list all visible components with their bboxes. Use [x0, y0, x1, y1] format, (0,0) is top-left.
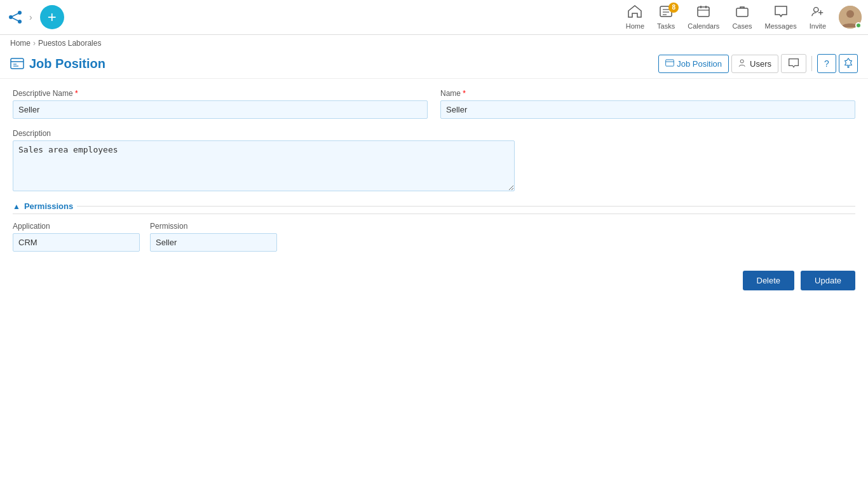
messages-label: Messages [765, 22, 797, 30]
nav-invite[interactable]: Invite [810, 5, 826, 30]
invite-label: Invite [810, 22, 826, 30]
svg-line-3 [11, 13, 20, 17]
help-icon: ? [824, 58, 829, 69]
svg-point-18 [846, 10, 854, 18]
name-label: Name * [440, 89, 855, 98]
nav-home[interactable]: Home [626, 5, 644, 30]
nav-calendars[interactable]: Calendars [688, 5, 719, 30]
svg-rect-9 [698, 7, 709, 17]
avatar[interactable] [839, 6, 862, 29]
breadcrumb-sep: › [33, 39, 36, 48]
page-title: Job Position [29, 57, 105, 71]
nav-right: Home 8 Tasks [626, 5, 862, 30]
svg-point-25 [740, 59, 743, 62]
add-button[interactable]: + [40, 5, 64, 29]
permissions-fields: Application Permission [13, 222, 855, 252]
users-tab-icon [738, 58, 747, 69]
application-group: Application [13, 222, 140, 252]
page-header: Job Position Job Position Users [0, 51, 868, 79]
page-header-actions: Job Position Users ? [658, 54, 858, 73]
messages-icon [774, 5, 788, 21]
descriptive-name-group: Descriptive Name * [13, 89, 428, 119]
breadcrumb-home[interactable]: Home [10, 39, 31, 48]
nav-left: › + [6, 5, 64, 29]
svg-rect-23 [666, 59, 674, 65]
nav-cases[interactable]: Cases [732, 5, 752, 30]
nav-arrow-icon: › [29, 12, 32, 22]
breadcrumb-current: Puestos Laborales [38, 39, 101, 48]
svg-line-4 [11, 17, 20, 22]
description-input[interactable] [13, 140, 515, 191]
home-label: Home [626, 22, 644, 30]
svg-point-14 [813, 7, 818, 11]
app-logo-icon [6, 8, 24, 26]
page-title-area: Job Position [10, 57, 105, 71]
nav-tasks[interactable]: 8 Tasks [657, 5, 675, 30]
users-tab-button[interactable]: Users [731, 55, 778, 73]
name-group: Name * [440, 89, 855, 119]
section-divider-line [77, 206, 855, 207]
application-input[interactable] [13, 233, 140, 252]
job-position-tab-label: Job Position [677, 59, 722, 69]
permissions-section-header: ▲ Permissions [13, 201, 855, 214]
job-position-tab-button[interactable]: Job Position [658, 55, 729, 73]
form-row-description: Description [13, 129, 855, 191]
permissions-section: ▲ Permissions Application Permission [13, 201, 855, 252]
descriptive-name-label: Descriptive Name * [13, 89, 428, 98]
users-tab-label: Users [750, 59, 771, 69]
online-indicator [855, 22, 862, 29]
descriptive-name-required: * [75, 89, 78, 98]
bottom-actions: Delete Update [13, 264, 855, 297]
permission-label: Permission [150, 222, 277, 231]
update-button[interactable]: Update [801, 271, 855, 290]
name-input[interactable] [440, 100, 855, 119]
main-content: Descriptive Name * Name * Description ▲ … [0, 79, 868, 307]
calendars-icon [696, 5, 710, 21]
header-divider [811, 56, 812, 71]
comment-button[interactable] [781, 54, 806, 73]
name-required: * [463, 89, 466, 98]
form-row-names: Descriptive Name * Name * [13, 89, 855, 119]
invite-icon [811, 5, 825, 21]
pin-button[interactable] [839, 54, 858, 73]
cases-icon [735, 5, 749, 21]
permission-input[interactable] [150, 233, 277, 252]
nav-messages[interactable]: Messages [765, 5, 797, 30]
permission-group: Permission [150, 222, 277, 252]
page-title-icon [10, 57, 24, 71]
description-group: Description [13, 129, 515, 191]
calendars-label: Calendars [688, 22, 719, 30]
breadcrumb: Home › Puestos Laborales [0, 35, 868, 51]
job-position-tab-icon [665, 58, 674, 69]
pin-icon [844, 58, 853, 70]
help-button[interactable]: ? [817, 54, 836, 73]
home-icon [628, 5, 642, 21]
tasks-badge: 8 [668, 3, 679, 13]
description-label: Description [13, 129, 515, 138]
svg-rect-13 [736, 8, 748, 17]
cases-label: Cases [732, 22, 752, 30]
svg-rect-19 [11, 58, 24, 69]
application-label: Application [13, 222, 140, 231]
permissions-toggle-icon[interactable]: ▲ [13, 202, 20, 211]
permissions-section-title: Permissions [24, 201, 73, 211]
tasks-label: Tasks [657, 22, 675, 30]
top-nav: › + Home 8 Tasks [0, 0, 868, 35]
delete-button[interactable]: Delete [743, 271, 795, 290]
descriptive-name-input[interactable] [13, 100, 428, 119]
